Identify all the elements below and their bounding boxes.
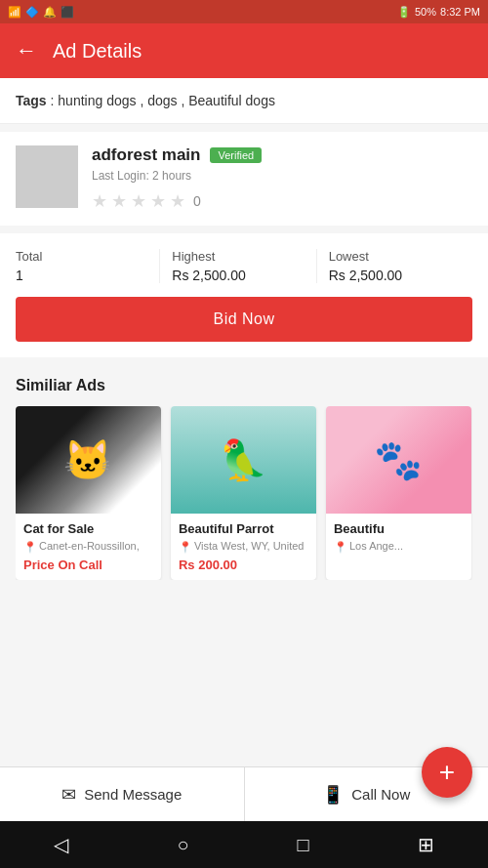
list-item[interactable]: 🐱 Cat for Sale 📍 Canet-en-Roussillon, Pr… <box>16 406 161 580</box>
back-button[interactable]: ← <box>16 38 37 63</box>
status-bar: 📶 🔷 🔔 ⬛ 🔋 50% 8:32 PM <box>0 0 488 23</box>
highest-value: Rs 2,500.00 <box>172 268 304 283</box>
tags-label: Tags <box>16 93 47 108</box>
ad-title: Beautifu <box>334 521 464 536</box>
ad-title: Beautiful Parrot <box>179 521 308 536</box>
status-icon-extra: ⬛ <box>61 6 74 19</box>
ad-image-parrot: 🦜 <box>171 406 316 514</box>
seller-avatar <box>16 145 78 208</box>
bid-stat-total: Total 1 <box>16 249 159 283</box>
bid-stats: Total 1 Highest Rs 2,500.00 Lowest Rs 2,… <box>16 249 472 283</box>
seller-name-row: adforest main Verified <box>92 145 472 165</box>
total-value: 1 <box>16 268 147 283</box>
status-bar-right: 🔋 50% 8:32 PM <box>397 6 480 19</box>
nav-recents-button[interactable]: □ <box>297 834 308 856</box>
call-now-label: Call Now <box>351 786 410 803</box>
seller-section: adforest main Verified Last Login: 2 hou… <box>0 132 488 226</box>
bid-stat-highest: Highest Rs 2,500.00 <box>159 249 315 283</box>
ad-image-cat: 🐱 <box>16 406 161 514</box>
tags-section: Tags : hunting dogs , dogs , Beautiful d… <box>0 78 488 124</box>
status-icon-alarm: 🔔 <box>43 6 57 19</box>
seller-info: adforest main Verified Last Login: 2 hou… <box>92 145 472 212</box>
fab-add-button[interactable]: + <box>422 747 472 798</box>
similar-grid: 🐱 Cat for Sale 📍 Canet-en-Roussillon, Pr… <box>16 406 472 580</box>
location-icon: 📍 <box>179 541 192 554</box>
bottom-bar: ✉ Send Message 📱 Call Now <box>0 766 488 821</box>
ad-price: Rs 200.00 <box>179 558 308 572</box>
bid-now-button[interactable]: Bid Now <box>16 297 472 342</box>
list-item[interactable]: 🐾 Beautifu 📍 Los Ange... <box>326 406 471 580</box>
nav-apps-button[interactable]: ⊞ <box>418 833 434 856</box>
lowest-label: Lowest <box>329 249 461 264</box>
highest-label: Highest <box>172 249 304 264</box>
phone-icon: 📱 <box>322 784 344 806</box>
similar-section: Similiar Ads 🐱 Cat for Sale 📍 Canet-en-R… <box>0 365 488 584</box>
ad-image-third: 🐾 <box>326 406 471 514</box>
star-5: ★ <box>170 190 185 212</box>
location-icon: 📍 <box>334 541 347 554</box>
status-time: 8:32 PM <box>440 6 480 18</box>
page-wrapper: 📶 🔷 🔔 ⬛ 🔋 50% 8:32 PM ← Ad Details Tags … <box>0 0 488 868</box>
star-2: ★ <box>111 190 127 212</box>
tags-values: hunting dogs , dogs , Beautiful dogs <box>58 93 275 108</box>
bid-section: Total 1 Highest Rs 2,500.00 Lowest Rs 2,… <box>0 233 488 357</box>
seller-name: adforest main <box>92 145 200 165</box>
last-login: Last Login: 2 hours <box>92 169 472 183</box>
android-nav-bar: ◁ ○ □ ⊞ <box>0 821 488 868</box>
page-title: Ad Details <box>53 40 142 62</box>
ad-location: Vista West, WY, United <box>194 540 305 552</box>
nav-home-button[interactable]: ○ <box>177 834 188 856</box>
add-icon: + <box>439 757 455 788</box>
battery-icon: 🔋 <box>397 6 411 19</box>
bid-stat-lowest: Lowest Rs 2,500.00 <box>316 249 472 283</box>
star-3: ★ <box>131 190 146 212</box>
nav-back-button[interactable]: ◁ <box>54 833 68 856</box>
status-bar-left: 📶 🔷 🔔 ⬛ <box>8 6 74 19</box>
list-item[interactable]: 🦜 Beautiful Parrot 📍 Vista West, WY, Uni… <box>171 406 316 580</box>
battery-percent: 50% <box>415 6 436 18</box>
location-icon: 📍 <box>23 541 37 554</box>
stars-row: ★ ★ ★ ★ ★ 0 <box>92 190 472 212</box>
ad-title: Cat for Sale <box>23 521 153 536</box>
ad-location: Canet-en-Roussillon, <box>39 540 140 552</box>
total-label: Total <box>16 249 147 264</box>
ad-price: Price On Call <box>23 558 153 572</box>
rating-count: 0 <box>193 193 201 209</box>
lowest-value: Rs 2,500.00 <box>329 268 461 283</box>
star-4: ★ <box>150 190 166 212</box>
tags-text: Tags : hunting dogs , dogs , Beautiful d… <box>16 93 275 108</box>
verified-badge: Verified <box>210 147 262 163</box>
send-message-button[interactable]: ✉ Send Message <box>0 767 244 821</box>
send-message-label: Send Message <box>84 786 182 803</box>
similar-title: Similiar Ads <box>16 377 472 394</box>
ad-location: Los Ange... <box>349 540 403 552</box>
star-1: ★ <box>92 190 107 212</box>
status-icon-signal: 📶 <box>8 6 21 19</box>
message-icon: ✉ <box>61 784 76 806</box>
status-icon-bt: 🔷 <box>25 6 39 19</box>
header: ← Ad Details <box>0 23 488 78</box>
